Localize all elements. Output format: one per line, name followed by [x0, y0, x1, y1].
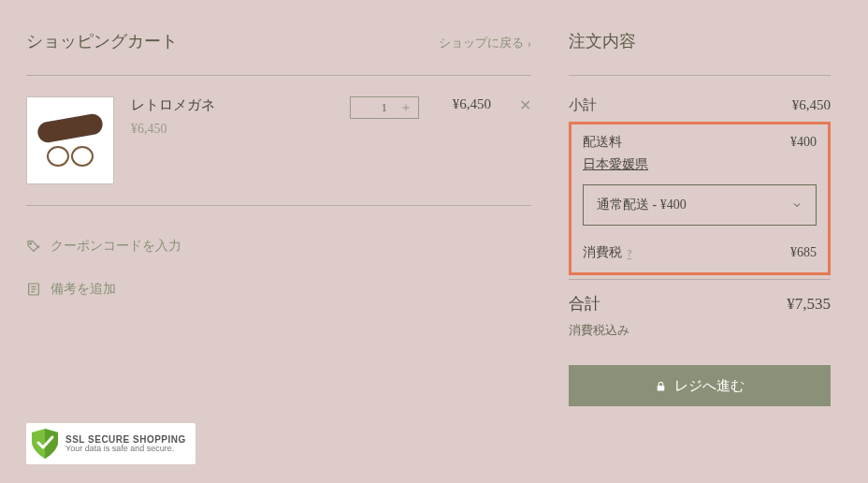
lock-icon — [655, 380, 667, 392]
shipping-value: ¥400 — [790, 135, 817, 150]
cart-item-row: レトロメガネ ¥6,450 1 ＋ ¥6,450 ✕ — [26, 76, 531, 206]
note-label: 備考を追加 — [51, 281, 116, 298]
svg-point-0 — [30, 243, 32, 245]
product-thumbnail[interactable] — [26, 96, 114, 184]
quantity-stepper[interactable]: 1 ＋ — [350, 96, 419, 119]
back-to-shop-label: ショップに戻る — [439, 35, 524, 51]
order-summary-title: 注文内容 — [569, 30, 831, 76]
line-total: ¥6,450 — [453, 96, 491, 112]
cart-title: ショッピングカート — [26, 30, 178, 52]
chevron-down-icon — [791, 199, 803, 211]
tax-included-note: 消費税込み — [569, 322, 831, 339]
note-icon — [26, 282, 41, 297]
total-label: 合計 — [569, 293, 600, 315]
tax-help-icon[interactable]: ? — [628, 247, 632, 259]
product-name: レトロメガネ — [131, 96, 350, 114]
ssl-main: SECURE SHOPPING — [88, 434, 186, 445]
add-note-link[interactable]: 備考を追加 — [26, 268, 531, 311]
tag-icon — [26, 239, 41, 254]
chevron-right-icon: › — [528, 36, 531, 51]
svg-rect-5 — [658, 385, 665, 389]
shipping-label: 配送料 — [583, 134, 622, 151]
subtotal-value: ¥6,450 — [792, 97, 831, 113]
subtotal-label: 小計 — [569, 96, 597, 114]
highlight-annotation: 配送料 ¥400 日本愛媛県 通常配送 - ¥400 消費税 ? ¥685 — [569, 122, 831, 275]
plus-icon[interactable]: ＋ — [399, 99, 412, 116]
ssl-subtext: Your data is safe and secure. — [65, 445, 186, 454]
tax-label: 消費税 — [583, 245, 622, 259]
tax-value: ¥685 — [790, 245, 817, 260]
ssl-prefix: SSL — [65, 434, 85, 445]
coupon-link[interactable]: クーポンコードを入力 — [26, 225, 531, 268]
checkout-button[interactable]: レジへ進む — [569, 365, 831, 406]
coupon-label: クーポンコードを入力 — [51, 238, 181, 255]
shipping-destination-link[interactable]: 日本愛媛県 — [583, 156, 817, 173]
total-value: ¥7,535 — [787, 295, 831, 314]
close-icon: ✕ — [519, 97, 531, 113]
remove-item-button[interactable]: ✕ — [519, 96, 531, 114]
ssl-badge: SSL SECURE SHOPPING Your data is safe an… — [26, 423, 195, 464]
shield-check-icon — [30, 427, 60, 461]
back-to-shop-link[interactable]: ショップに戻る › — [439, 35, 531, 51]
shipping-option-label: 通常配送 - ¥400 — [597, 197, 687, 213]
checkout-label: レジへ進む — [674, 377, 745, 395]
shipping-method-select[interactable]: 通常配送 - ¥400 — [583, 184, 817, 226]
quantity-value: 1 — [382, 100, 388, 115]
product-unit-price: ¥6,450 — [131, 122, 350, 137]
